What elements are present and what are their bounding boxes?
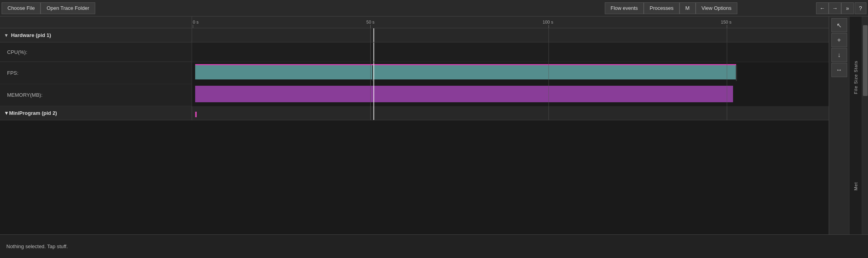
cpu-track-row: CPU(%): [0,42,829,62]
memory-purple-bar [195,86,733,102]
vline-50s-mini [370,106,371,120]
miniprogram-arrow-icon: ▼ [4,110,9,116]
cursor-line-hw [373,28,374,42]
nav-end-button[interactable]: » [841,2,854,14]
hardware-arrow-icon: ▼ [4,33,9,38]
scrollbar-thumb[interactable] [863,25,868,96]
vline-100s-cpu [549,42,549,62]
cursor-line-cpu [373,42,374,62]
tick-line-0 [193,25,193,28]
status-bar: Nothing selected. Tap stuff. [0,234,868,258]
flow-events-button[interactable]: Flow events [605,2,644,14]
vline-100s-hw [549,28,549,42]
vline-100s-mini [549,106,549,120]
hardware-section-header[interactable]: ▼ Hardware (pid 1) [0,28,192,42]
fps-track-row: FPS: [0,62,829,84]
vline-150s-cpu [727,42,727,62]
nav-back-button[interactable]: ← [816,2,829,14]
fps-teal-bar [195,65,736,79]
miniprogram-section-header-row: ▼ MiniProgram (pid 2) [0,106,829,120]
vline-50s-cpu [370,42,371,62]
help-button[interactable]: ? [855,2,866,14]
tick-line-150 [727,25,727,28]
status-message: Nothing selected. Tap stuff. [6,243,68,249]
cpu-track-data[interactable] [192,42,829,62]
fps-label-text: FPS: [7,70,18,76]
vline-50s-mem [370,84,371,106]
tick-100s: 100 s [543,20,553,24]
miniprogram-section-header[interactable]: ▼ MiniProgram (pid 2) [0,106,192,120]
vline-150s-fps [727,62,727,84]
view-options-button[interactable]: View Options [696,2,737,14]
toolbar: Choose File Open Trace Folder Flow event… [0,0,868,17]
vline-50s-fps [370,62,371,84]
tick-line-50 [370,25,371,28]
nav-forward-button[interactable]: → [829,2,841,14]
vline-100s-fps [549,62,549,84]
ruler-left-spacer [0,17,192,28]
miniprogram-section-label: MiniProgram (pid 2) [9,110,57,116]
cursor-icon: ↖ [837,22,842,29]
ruler-row: 0 s 50 s 100 s 150 s [0,17,829,28]
vline-100s-mem [549,84,549,106]
file-size-stats-label: File Size Stats [853,61,858,94]
vline-50s-hw [370,28,371,42]
fit-width-icon: ↔ [836,66,842,74]
cpu-label-text: CPU(%): [7,49,27,55]
memory-track-label: MEMORY(MB): [0,84,192,106]
m-button[interactable]: M [680,2,696,14]
memory-label-text: MEMORY(MB): [7,92,42,98]
far-right-panel: File Size Stats Met [849,17,862,234]
fps-track-data[interactable] [192,62,829,84]
mini-blip [195,112,197,117]
memory-track-row: MEMORY(MB): [0,84,829,106]
memory-track-data[interactable] [192,84,829,106]
tick-line-100 [549,25,549,28]
choose-file-button[interactable]: Choose File [2,2,41,14]
main-area: 0 s 50 s 100 s 150 s ▼ Hardware (pid 1) [0,17,868,234]
miniprogram-section-timeline [192,106,829,120]
tick-50s: 50 s [366,20,375,24]
hardware-section-header-row: ▼ Hardware (pid 1) [0,28,829,42]
vline-150s-mini [727,106,727,120]
cursor-tool-button[interactable]: ↖ [831,18,847,32]
cursor-line-mini [373,106,374,120]
cpu-track-label: CPU(%): [0,42,192,62]
hardware-section-timeline [192,28,829,42]
time-ruler: 0 s 50 s 100 s 150 s [192,17,829,28]
zoom-out-button[interactable]: ↓ [831,48,847,62]
fps-track-label: FPS: [0,62,192,84]
tick-150s: 150 s [721,20,731,24]
cursor-line-fps [373,62,374,84]
track-panel: 0 s 50 s 100 s 150 s ▼ Hardware (pid 1) [0,17,829,234]
fps-tick-mark [372,65,373,81]
fps-right-tick [736,65,737,81]
vline-150s-hw [727,28,727,42]
fit-width-button[interactable]: ↔ [831,63,847,77]
right-sidebar: ↖ + ↓ ↔ [829,17,849,234]
processes-button[interactable]: Processes [644,2,680,14]
hardware-section-label: Hardware (pid 1) [11,32,51,38]
vline-150s-mem [727,84,727,106]
met-label: Met [853,182,858,190]
zoom-out-icon: ↓ [838,52,841,59]
open-trace-folder-button[interactable]: Open Trace Folder [41,2,95,14]
zoom-in-button[interactable]: + [831,33,847,47]
tick-0s: 0 s [193,20,199,24]
zoom-in-icon: + [837,37,841,44]
cursor-line-mem [373,84,374,106]
vertical-scrollbar[interactable] [862,17,868,234]
